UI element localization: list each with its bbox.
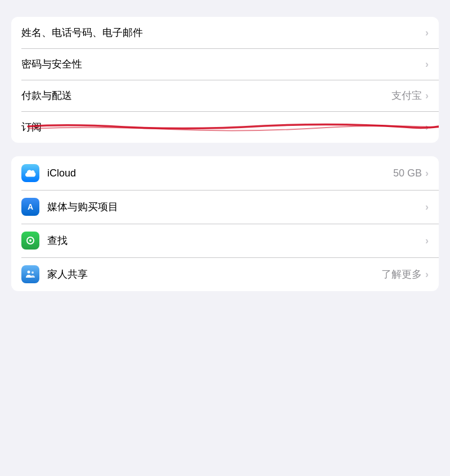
family-sharing-row[interactable]: 家人共享 了解更多 › xyxy=(11,257,439,291)
payment-method-value: 支付宝 xyxy=(392,89,422,102)
icloud-icon xyxy=(21,164,39,182)
family-sharing-value: 了解更多 xyxy=(381,268,422,281)
chevron-icon: › xyxy=(425,58,429,70)
svg-point-4 xyxy=(32,271,34,274)
icloud-row[interactable]: iCloud 50 GB › xyxy=(11,156,439,190)
password-security-row[interactable]: 密码与安全性 › xyxy=(11,48,439,80)
services-settings-group: iCloud 50 GB › A 媒体与购买项目 › 查找 xyxy=(11,156,439,291)
family-sharing-label: 家人共享 xyxy=(47,268,381,281)
svg-text:A: A xyxy=(28,202,33,211)
chevron-icon: › xyxy=(425,235,429,247)
password-security-label: 密码与安全性 xyxy=(21,57,425,71)
media-purchase-row[interactable]: A 媒体与购买项目 › xyxy=(11,190,439,224)
svg-point-2 xyxy=(29,239,32,242)
name-phone-email-label: 姓名、电话号码、电子邮件 xyxy=(21,26,425,39)
media-purchase-label: 媒体与购买项目 xyxy=(47,200,425,214)
name-phone-email-row[interactable]: 姓名、电话号码、电子邮件 › xyxy=(11,17,439,48)
icloud-storage-value: 50 GB xyxy=(393,167,422,179)
subscriptions-label: 订阅 xyxy=(21,120,425,134)
findmy-icon xyxy=(21,232,39,250)
chevron-icon: › xyxy=(425,121,429,133)
chevron-icon: › xyxy=(425,90,429,102)
payment-delivery-row[interactable]: 付款与配送 支付宝 › xyxy=(11,80,439,111)
account-settings-group: 姓名、电话号码、电子邮件 › 密码与安全性 › 付款与配送 支付宝 › 订阅 › xyxy=(11,17,439,143)
settings-page: 姓名、电话号码、电子邮件 › 密码与安全性 › 付款与配送 支付宝 › 订阅 ›… xyxy=(11,17,439,291)
icloud-label: iCloud xyxy=(47,167,393,179)
find-my-label: 查找 xyxy=(47,234,425,247)
chevron-icon: › xyxy=(425,269,429,280)
find-my-row[interactable]: 查找 › xyxy=(11,224,439,257)
subscriptions-row[interactable]: 订阅 › xyxy=(11,111,439,143)
chevron-icon: › xyxy=(425,167,429,179)
chevron-icon: › xyxy=(425,201,429,213)
family-sharing-icon xyxy=(21,265,39,283)
chevron-icon: › xyxy=(425,27,429,39)
svg-point-3 xyxy=(28,271,30,274)
payment-delivery-label: 付款与配送 xyxy=(21,89,392,102)
appstore-icon: A xyxy=(21,198,39,216)
